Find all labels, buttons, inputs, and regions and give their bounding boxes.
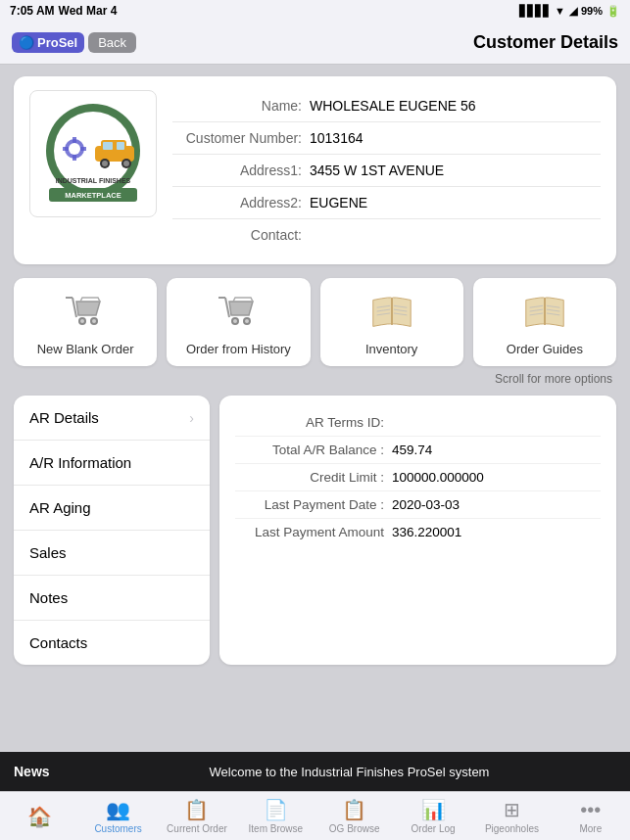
contact-row: Contact:	[172, 219, 601, 251]
total-ar-label: Total A/R Balance :	[235, 443, 392, 457]
ar-details-item[interactable]: AR Details ›	[14, 396, 210, 441]
address1-row: Address1: 3455 W 1ST AVENUE	[172, 155, 601, 187]
svg-point-30	[245, 319, 249, 323]
bottom-section: AR Details › A/R Information AR Aging Sa…	[14, 396, 616, 665]
tab-order-log[interactable]: 📊 Order Log	[394, 794, 472, 838]
sales-label: Sales	[29, 544, 67, 561]
current-order-icon: 📋	[184, 798, 209, 821]
credit-limit-label: Credit Limit :	[235, 470, 392, 485]
last-payment-date-row: Last Payment Date : 2020-03-03	[235, 491, 601, 519]
tab-more[interactable]: ••• More	[552, 795, 630, 838]
inventory-label: Inventory	[365, 342, 417, 356]
right-panel: AR Terms ID: Total A/R Balance : 459.74 …	[219, 396, 616, 665]
svg-point-28	[233, 319, 237, 323]
address2-value: EUGENE	[310, 195, 367, 210]
ar-aging-label: AR Aging	[29, 499, 91, 516]
ar-terms-label: AR Terms ID:	[235, 415, 392, 430]
svg-rect-5	[73, 155, 76, 161]
svg-rect-4	[73, 137, 76, 143]
prosel-logo-text: ProSel	[37, 35, 77, 50]
last-payment-amount-row: Last Payment Amount 336.220001	[235, 519, 601, 545]
tab-bar: 🏠 👥 Customers 📋 Current Order 📄 Item Bro…	[0, 791, 630, 840]
inventory-button[interactable]: Inventory	[320, 278, 463, 366]
svg-rect-14	[103, 142, 113, 150]
order-from-history-button[interactable]: Order from History	[167, 278, 310, 366]
svg-line-26	[225, 298, 229, 317]
item-browse-icon: 📄	[264, 798, 288, 821]
nav-bar: 🔵 ProSel Back Customer Details	[0, 22, 630, 65]
svg-text:INDUSTRIAL FINISHES: INDUSTRIAL FINISHES	[56, 177, 131, 184]
svg-text:MARKETPLACE: MARKETPLACE	[65, 191, 121, 200]
order-log-label: Order Log	[412, 823, 456, 834]
customers-label: Customers	[94, 823, 141, 834]
order-log-icon: 📊	[421, 798, 446, 821]
book-icon-order-guides	[520, 290, 569, 334]
battery-level: 99%	[581, 5, 603, 17]
order-guides-button[interactable]: Order Guides	[473, 278, 616, 366]
more-icon: •••	[580, 799, 601, 821]
tab-og-browse[interactable]: 📋 OG Browse	[315, 794, 394, 838]
prosel-logo[interactable]: 🔵 ProSel	[12, 32, 84, 53]
cart-icon-order-history	[214, 290, 263, 334]
notes-item[interactable]: Notes	[14, 576, 210, 621]
order-from-history-label: Order from History	[186, 342, 291, 356]
item-browse-label: Item Browse	[249, 823, 304, 834]
total-ar-row: Total A/R Balance : 459.74	[235, 437, 601, 464]
tab-pigeonholes[interactable]: ⊞ Pigeonholes	[472, 794, 551, 838]
total-ar-value: 459.74	[392, 443, 432, 457]
sales-item[interactable]: Sales	[14, 531, 210, 576]
address2-label: Address2:	[172, 195, 310, 210]
home-icon: 🏠	[27, 805, 52, 828]
new-blank-order-button[interactable]: New Blank Order	[14, 278, 157, 366]
og-browse-label: OG Browse	[329, 823, 380, 834]
contacts-item[interactable]: Contacts	[14, 621, 210, 665]
ar-terms-row: AR Terms ID:	[235, 409, 601, 437]
current-order-label: Current Order	[167, 823, 227, 834]
address2-row: Address2: EUGENE	[172, 187, 601, 219]
pigeonholes-icon: ⊞	[504, 798, 520, 821]
more-label: More	[579, 823, 602, 834]
customers-icon: 👥	[106, 798, 130, 821]
tab-current-order[interactable]: 📋 Current Order	[158, 794, 236, 838]
credit-limit-value: 100000.000000	[392, 470, 484, 485]
tab-item-browse[interactable]: 📄 Item Browse	[236, 794, 315, 838]
contact-label: Contact:	[172, 227, 310, 243]
og-browse-icon: 📋	[342, 798, 366, 821]
ar-information-label: A/R Information	[29, 454, 131, 471]
name-label: Name:	[172, 98, 310, 114]
cart-icon-new-order	[61, 290, 110, 334]
back-button[interactable]: Back	[88, 32, 136, 53]
svg-point-11	[102, 161, 108, 166]
customer-number-row: Customer Number: 1013164	[172, 122, 601, 155]
location-icon: ◢	[569, 5, 577, 18]
ar-aging-item[interactable]: AR Aging	[14, 486, 210, 531]
wifi-icon: ▼	[555, 5, 565, 17]
svg-point-24	[92, 319, 96, 323]
customer-card: INDUSTRIAL FINISHES MARKETPLACE Name: WH…	[14, 76, 616, 264]
prosel-logo-icon: 🔵	[19, 35, 34, 50]
svg-rect-15	[117, 142, 124, 150]
svg-point-22	[80, 319, 84, 323]
news-bar: News Welcome to the Industrial Finishes …	[0, 752, 630, 791]
book-icon-inventory	[367, 290, 416, 334]
svg-rect-6	[63, 147, 69, 151]
name-value: WHOLESALE EUGENE 56	[310, 98, 476, 114]
news-text: Welcome to the Industrial Finishes ProSe…	[82, 765, 616, 779]
ar-information-item[interactable]: A/R Information	[14, 441, 210, 486]
tab-home[interactable]: 🏠	[0, 801, 78, 832]
battery-icon: 🔋	[606, 5, 620, 18]
contacts-label: Contacts	[29, 634, 87, 651]
customer-name-row: Name: WHOLESALE EUGENE 56	[172, 90, 601, 122]
credit-limit-row: Credit Limit : 100000.000000	[235, 464, 601, 491]
pigeonholes-label: Pigeonholes	[485, 823, 539, 834]
left-panel: AR Details › A/R Information AR Aging Sa…	[14, 396, 210, 665]
customer-number-value: 1013164	[310, 130, 363, 146]
scroll-hint: Scroll for more options	[14, 372, 616, 386]
tab-customers[interactable]: 👥 Customers	[78, 794, 157, 838]
last-payment-date-value: 2020-03-03	[392, 497, 460, 512]
new-blank-order-label: New Blank Order	[37, 342, 134, 356]
signal-icon: ▋▋▋▋	[519, 5, 551, 18]
main-content: INDUSTRIAL FINISHES MARKETPLACE Name: WH…	[0, 65, 630, 752]
address1-label: Address1:	[172, 163, 310, 178]
ar-details-label: AR Details	[29, 409, 99, 426]
